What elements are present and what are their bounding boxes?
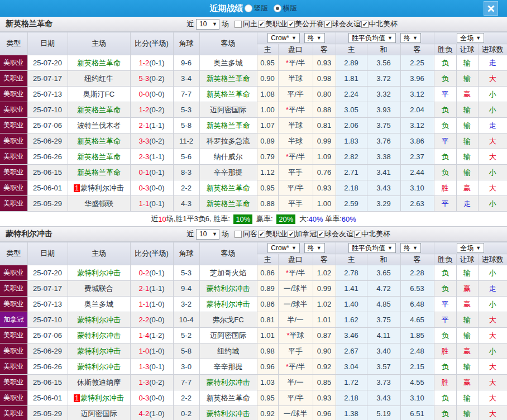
odds-away-cell: 1.02 [313,297,336,312]
away-team-cell: 迈阿密国际 [199,328,257,343]
corner-cell: 5-2 [173,328,199,343]
avg-draw-cell: 3.56 [367,55,400,71]
avg-draw-cell: 3.32 [367,87,400,102]
avg-lose-cell: 2.63 [400,196,434,212]
goals-result-cell: 小 [478,165,507,180]
avg-lose-cell: 3.86 [400,133,434,149]
chevron-down-icon: ▼ [388,245,393,251]
league-type-cell: 加拿冠 [0,312,27,328]
score-cell: 2-1(1-1) [130,281,173,297]
corner-cell: 11-2 [173,133,199,149]
scope-select[interactable]: 全场▼ [457,33,484,43]
league-checkbox-label: 美职业 [265,19,287,29]
radio-horizontal-layout[interactable] [274,4,281,12]
final-select-2[interactable]: 终▼ [400,33,421,43]
league-checkbox[interactable]: ✔ [288,231,295,238]
match-row: 美职业25-06-15新英格兰革命0-1(0-1)8-3辛辛那提1.12平手0.… [0,165,507,180]
goals-result-cell: 大 [478,312,507,328]
match-row: 美职业25-07-10新英格兰革命1-2(0-2)5-3迈阿密国际1.00*平/… [0,102,507,118]
scope-select[interactable]: 全场▼ [457,243,484,253]
away-team-cell: 新英格兰革命 [199,87,257,102]
goals-result-cell: 小 [478,265,507,281]
final-select[interactable]: 终▼ [304,243,325,253]
result-cell: 负 [434,165,456,180]
team-name: 新英格兰革命 [6,19,52,29]
odds-away-cell: 0.96 [313,406,336,420]
home-team-cell: 费城联合 [68,281,130,297]
odds-home-cell: 1.00 [257,102,278,118]
corner-cell: 4-3 [173,196,199,212]
avg-sub-header: 客 [400,44,434,55]
home-team-cell: 休斯敦迪纳摩 [68,375,130,390]
handicap-result-cell: 输 [456,149,478,165]
column-header-home: 主场 [68,242,130,265]
league-type-cell: 美职业 [0,196,27,212]
league-checkbox[interactable]: ✔ [258,231,265,238]
recent-count-value: 10 [199,20,207,28]
result-cell: 负 [434,265,456,281]
avg-select[interactable]: 胜平负均值▼ [348,243,396,253]
bookmaker-select[interactable]: Crow*▼ [267,243,300,253]
away-team-cell: 蒙特利尔冲击 [199,281,257,297]
radio-vertical-layout[interactable] [245,4,252,12]
close-button[interactable] [484,1,498,16]
league-checkbox[interactable]: ✔ [317,231,324,238]
chevron-down-icon: ▼ [476,35,481,41]
date-cell: 25-07-06 [27,328,68,343]
handicap-cell: 一/球半 [278,297,313,312]
match-row: 美职业25-05-29华盛顿联1-1(0-1)4-3新英格兰革命0.88平手1.… [0,196,507,212]
matches-table: 类型日期主场比分(半场)角球客场Crow*▼终▼胜平负均值▼终▼全场▼主盘口客主… [0,242,507,420]
handicap-result-cell: 输 [456,118,478,133]
handicap-cell: 半/一 [278,312,313,328]
goals-result-cell: 小 [478,297,507,312]
avg-sub-header: 和 [367,44,400,55]
handicap-cell: *平/半 [278,102,313,118]
match-row: 美职业25-06-26新英格兰革命2-3(1-1)5-6纳什威尔0.79*平/半… [0,149,507,165]
odds-away-cell: 1.01 [313,312,336,328]
bookmaker-select[interactable]: Crow*▼ [267,33,300,43]
home-team-cell: 新英格兰革命 [68,102,130,118]
avg-lose-cell: 2.37 [400,149,434,165]
avg-win-cell: 1.81 [336,71,367,87]
match-row: 美职业25-07-13奥兰多城1-1(1-0)3-2蒙特利尔冲击0.86一/球半… [0,297,507,312]
goals-result-cell: 大 [478,133,507,149]
league-checkbox[interactable]: ✔ [324,21,332,28]
date-cell: 25-07-10 [27,312,68,328]
handicap-result-cell: 输 [456,359,478,375]
away-team-cell: 纳什威尔 [199,149,257,165]
close-icon [487,4,495,13]
avg-select[interactable]: 胜平负均值▼ [348,33,396,43]
goals-result-cell: 小 [478,196,507,212]
avg-win-cell: 3.05 [336,102,367,118]
avg-lose-cell: 3.96 [400,71,434,87]
recent-count-select[interactable]: 10▼ [196,19,219,30]
final-select[interactable]: 终▼ [304,33,325,43]
league-checkbox[interactable]: ✔ [354,231,361,238]
final-select-2[interactable]: 终▼ [400,243,421,253]
match-row: 加拿冠25-07-10蒙特利尔冲击2-2(0-0)10-4弗尔戈FC0.81半/… [0,312,507,328]
league-checkbox-label: 球会友谊 [324,229,353,239]
league-type-cell: 美职业 [0,102,27,118]
away-team-cell: 新英格兰革命 [199,390,257,406]
goals-result-cell: 大 [478,149,507,165]
odds-away-cell: 0.99 [313,281,336,297]
radio-vertical-label[interactable]: 竖版 [254,3,269,13]
odds-away-cell: 0.93 [313,55,336,71]
radio-horizontal-label[interactable]: 横版 [283,3,298,13]
odds-home-cell: 0.89 [257,133,278,149]
score-cell: 4-2(1-0) [130,406,173,420]
chevron-down-icon: ▼ [476,245,481,251]
avg-draw-cell: 3.38 [367,149,400,165]
league-checkbox[interactable]: ✔ [288,21,295,28]
league-checkbox[interactable]: ✔ [361,21,369,28]
league-type-cell: 美职业 [0,180,27,196]
league-checkbox[interactable]: ✔ [258,21,265,28]
matches-label: 场 [222,19,229,29]
same-venue-checkbox[interactable] [235,231,242,238]
recent-count-select[interactable]: 10▼ [196,229,219,240]
match-row: 美职业25-07-20蒙特利尔冲击0-2(0-1)5-3芝加哥火焰0.86*平/… [0,265,507,281]
result-cell: 负 [434,149,456,165]
corner-cell: 9-4 [173,281,199,297]
date-cell: 25-05-29 [27,406,68,420]
same-venue-checkbox[interactable] [235,21,242,28]
